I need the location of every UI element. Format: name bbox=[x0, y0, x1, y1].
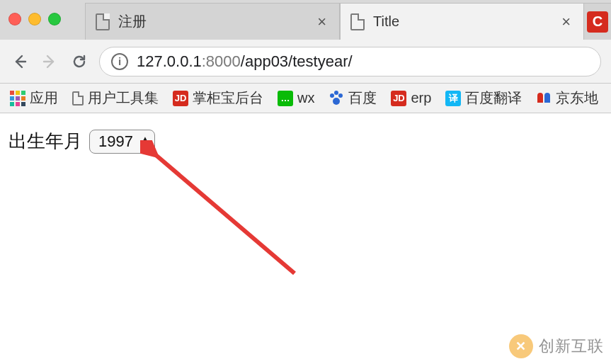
bookmark-jingdong[interactable]: 京东地 bbox=[536, 89, 598, 108]
minimize-window-button[interactable] bbox=[28, 13, 41, 25]
bookmark-apps[interactable]: 应用 bbox=[10, 89, 58, 108]
address-bar[interactable]: i 127.0.0.1:8000/app03/testyear/ bbox=[99, 47, 601, 76]
bookmark-label: 应用 bbox=[30, 89, 58, 108]
arrow-right-icon bbox=[41, 53, 58, 70]
bookmark-baidu[interactable]: 百度 bbox=[329, 89, 377, 108]
bookmark-label: 百度翻译 bbox=[465, 89, 522, 108]
reload-button[interactable] bbox=[69, 52, 89, 72]
url-text: 127.0.0.1:8000/app03/testyear/ bbox=[137, 52, 353, 71]
apps-grid-icon bbox=[10, 91, 25, 106]
jd-icon: JD bbox=[391, 91, 406, 106]
bookmark-wx[interactable]: … wx bbox=[278, 90, 314, 106]
maximize-window-button[interactable] bbox=[48, 13, 61, 25]
extension-slot[interactable]: C bbox=[584, 3, 611, 40]
wechat-icon: … bbox=[278, 91, 293, 106]
tab-register[interactable]: 注册 × bbox=[85, 3, 340, 40]
year-select[interactable]: 1997 ▲▼ bbox=[89, 130, 155, 154]
baidu-icon bbox=[329, 91, 344, 106]
tab-title: 注册 bbox=[118, 12, 314, 31]
bookmark-label: erp bbox=[411, 90, 431, 106]
bookmark-label: 京东地 bbox=[556, 89, 598, 108]
window-controls bbox=[8, 13, 61, 25]
forward-button[interactable] bbox=[40, 52, 59, 72]
jd-icon: JD bbox=[173, 91, 188, 106]
page-icon bbox=[96, 13, 110, 30]
bookmark-label: 用户工具集 bbox=[88, 89, 159, 108]
field-label: 出生年月 bbox=[8, 129, 82, 154]
back-button[interactable] bbox=[10, 52, 30, 72]
watermark: ✕ 创新互联 bbox=[509, 334, 604, 358]
watermark-badge-icon: ✕ bbox=[509, 334, 533, 358]
watermark-text: 创新互联 bbox=[539, 336, 604, 357]
tab-title: Title bbox=[373, 13, 559, 30]
select-stepper-icon: ▲▼ bbox=[142, 135, 149, 148]
translate-icon: 译 bbox=[445, 91, 461, 106]
arrow-left-icon bbox=[11, 53, 28, 70]
url-path: /app03/testyear/ bbox=[241, 52, 353, 70]
tab-title-page[interactable]: Title × bbox=[340, 3, 584, 40]
bookmark-label: 掌柜宝后台 bbox=[193, 89, 263, 108]
birth-year-field: 出生年月 1997 ▲▼ bbox=[8, 129, 603, 154]
extension-icon: C bbox=[587, 11, 608, 33]
url-host: 127.0.0.1 bbox=[137, 52, 202, 70]
bookmark-baidu-fanyi[interactable]: 译 百度翻译 bbox=[445, 89, 522, 108]
bookmark-zhanggui[interactable]: JD 掌柜宝后台 bbox=[173, 89, 263, 108]
tab-strip: 注册 × Title × C bbox=[0, 0, 611, 40]
url-port: :8000 bbox=[202, 52, 241, 70]
close-window-button[interactable] bbox=[8, 13, 21, 25]
bookmark-user-tools[interactable]: 用户工具集 bbox=[72, 89, 159, 108]
bookmark-erp[interactable]: JD erp bbox=[391, 90, 431, 106]
year-select-value: 1997 bbox=[98, 132, 133, 151]
close-tab-icon[interactable]: × bbox=[314, 14, 329, 30]
close-tab-icon[interactable]: × bbox=[559, 14, 573, 30]
bookmark-label: wx bbox=[297, 90, 314, 106]
bookmark-label: 百度 bbox=[348, 89, 377, 108]
nav-toolbar: i 127.0.0.1:8000/app03/testyear/ bbox=[0, 40, 611, 84]
page-icon bbox=[72, 91, 84, 106]
tabs-container: 注册 × Title × C bbox=[85, 0, 611, 40]
page-content: 出生年月 1997 ▲▼ bbox=[0, 113, 611, 169]
site-info-icon[interactable]: i bbox=[111, 53, 128, 70]
page-icon bbox=[350, 13, 365, 30]
jingdong-icon bbox=[536, 91, 552, 106]
reload-icon bbox=[71, 53, 88, 70]
bookmarks-bar: 应用 用户工具集 JD 掌柜宝后台 … wx 百度 JD erp 译 百度翻译 … bbox=[0, 84, 611, 113]
